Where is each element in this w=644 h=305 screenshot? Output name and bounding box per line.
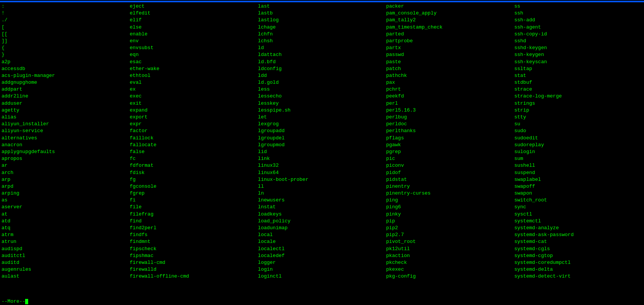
list-item: eqn <box>130 51 258 58</box>
list-item: [[ <box>2 31 130 38</box>
list-item: file <box>130 204 258 211</box>
list-item: ssltap <box>514 65 642 72</box>
list-item: systemd-delta <box>514 266 642 273</box>
list-item: factor <box>130 128 258 134</box>
list-item: addgnupghome <box>2 79 130 86</box>
list-item: perlbug <box>386 114 514 121</box>
list-item: aliyun_installer <box>2 121 130 128</box>
list-item: systemd-analyze <box>514 225 642 232</box>
list-item: ]] <box>2 38 130 45</box>
list-item: sync <box>514 204 642 211</box>
list-item: strings <box>514 100 642 107</box>
list-item: applygnupgdefaults <box>2 149 130 155</box>
list-item: arp <box>2 176 130 183</box>
list-item: addpart <box>2 86 130 93</box>
list-item: let <box>258 114 386 121</box>
list-item: stty <box>514 114 642 121</box>
list-item: arping <box>2 190 130 197</box>
list-item: arpd <box>2 183 130 190</box>
list-item: ssh-agent <box>514 24 642 31</box>
list-item: false <box>130 149 258 155</box>
list-item: sudo <box>514 128 642 134</box>
list-item: loginctl <box>258 273 386 280</box>
list-item: switch_root <box>514 197 642 204</box>
list-item: fc <box>130 155 258 162</box>
list-item: agetty <box>2 107 130 114</box>
list-item: localedef <box>258 252 386 259</box>
list-item: systemctl <box>514 218 642 225</box>
list-item: paste <box>386 59 514 65</box>
list-item: pam_timestamp_check <box>386 24 514 31</box>
list-item: ar <box>2 162 130 169</box>
list-item: pidstat <box>386 176 514 183</box>
list-item: auditctl <box>2 252 130 259</box>
list-item: localectl <box>258 246 386 252</box>
list-item: stdbuf <box>514 79 642 86</box>
list-item: fdformat <box>130 162 258 169</box>
list-item: ldd <box>258 72 386 79</box>
terminal-window: :!./[[[]]{}a2paccessdbacs-plugin-manager… <box>0 1 644 305</box>
list-item: pam_tally2 <box>386 17 514 24</box>
list-item: systemd-cgtop <box>514 252 642 259</box>
list-item: ssh <box>514 10 642 17</box>
list-item: load_policy <box>258 218 386 225</box>
list-item: ssh-add <box>514 17 642 24</box>
list-item: pgrep <box>386 149 514 155</box>
list-item: perldoc <box>386 121 514 128</box>
list-item: apropos <box>2 155 130 162</box>
list-item: ld.bfd <box>258 59 386 65</box>
list-item: pax <box>386 79 514 86</box>
list-item: lgroupadd <box>258 128 386 134</box>
list-item: pkexec <box>386 266 514 273</box>
list-item: lgroupmod <box>258 142 386 149</box>
list-item: ethtool <box>130 72 258 79</box>
list-item: atq <box>2 225 130 232</box>
list-item: loadunimap <box>258 225 386 232</box>
list-item: ping6 <box>386 204 514 211</box>
list-item: audispd <box>2 246 130 252</box>
list-item: lgroupdel <box>258 135 386 142</box>
list-item: pathchk <box>386 72 514 79</box>
list-item: pic <box>386 155 514 162</box>
list-item: passwd <box>386 51 514 58</box>
bottom-bar: --More-- <box>0 297 644 305</box>
list-item: strace-log-merge <box>514 93 642 100</box>
list-item: systemd-coredumpctl <box>514 259 642 266</box>
more-prompt: --More-- <box>2 299 25 304</box>
list-item: pkg-config <box>386 273 514 280</box>
terminal-content: :!./[[[]]{}a2paccessdbacs-plugin-manager… <box>0 2 644 297</box>
cursor <box>25 299 28 304</box>
list-item: ./ <box>2 17 130 24</box>
list-item: pam_console_apply <box>386 10 514 17</box>
list-item: lchfn <box>258 31 386 38</box>
list-item: findmnt <box>130 238 258 245</box>
list-item: expand <box>130 107 258 114</box>
list-item: as <box>2 197 130 204</box>
list-item: systemd-cat <box>514 238 642 245</box>
list-item: aliyun-service <box>2 128 130 134</box>
list-item: : <box>2 3 130 10</box>
list-item: strace <box>514 86 642 93</box>
list-item: perl5.16.3 <box>386 107 514 114</box>
list-item: local <box>258 232 386 238</box>
list-item: auditd <box>2 259 130 266</box>
list-item: ll <box>258 183 386 190</box>
list-item: lesspipe.sh <box>258 107 386 114</box>
list-item: peekfd <box>386 93 514 100</box>
list-item: pidof <box>386 169 514 176</box>
list-item: elif <box>130 17 258 24</box>
list-item: find2perl <box>130 225 258 232</box>
list-item: packer <box>386 3 514 10</box>
list-item: sudoedit <box>514 135 642 142</box>
list-item: pgawk <box>386 142 514 149</box>
list-item: strip <box>514 107 642 114</box>
list-item: patch <box>386 65 514 72</box>
list-item: ping <box>386 197 514 204</box>
list-item: accessdb <box>2 65 130 72</box>
list-item: acs-plugin-manager <box>2 72 130 79</box>
list-item: ether-wake <box>130 65 258 72</box>
list-item: findfs <box>130 232 258 238</box>
list-item: sushell <box>514 162 642 169</box>
list-item: addr2line <box>2 93 130 100</box>
list-item: aserver <box>2 204 130 211</box>
